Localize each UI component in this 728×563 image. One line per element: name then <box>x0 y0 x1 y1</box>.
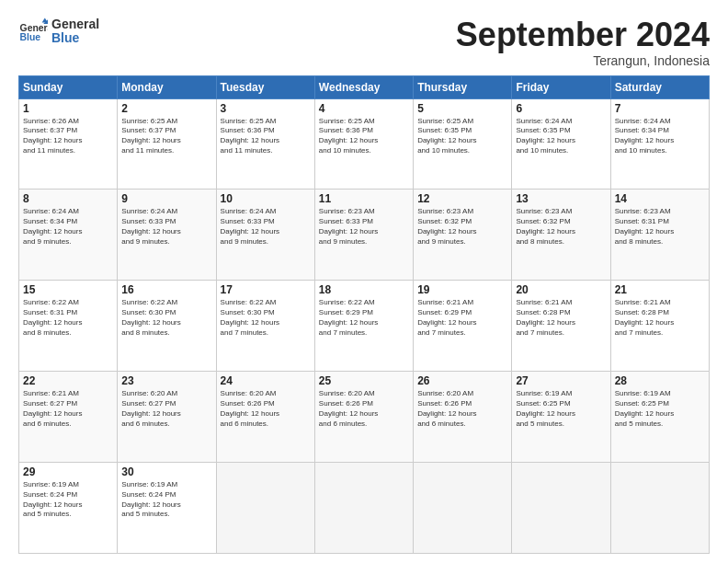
column-header-friday: Friday <box>512 75 610 98</box>
week-row-3: 15Sunrise: 6:22 AM Sunset: 6:31 PM Dayli… <box>19 281 710 372</box>
day-number: 19 <box>417 283 507 296</box>
calendar-cell: 27Sunrise: 6:19 AM Sunset: 6:25 PM Dayli… <box>512 372 610 463</box>
calendar-cell: 25Sunrise: 6:20 AM Sunset: 6:26 PM Dayli… <box>314 372 413 463</box>
cell-info: Sunrise: 6:20 AM Sunset: 6:27 PM Dayligh… <box>121 389 211 429</box>
calendar-cell: 7Sunrise: 6:24 AM Sunset: 6:34 PM Daylig… <box>610 98 709 190</box>
cell-info: Sunrise: 6:22 AM Sunset: 6:30 PM Dayligh… <box>121 298 211 338</box>
calendar-cell: 14Sunrise: 6:23 AM Sunset: 6:31 PM Dayli… <box>610 190 709 281</box>
column-header-thursday: Thursday <box>414 75 512 98</box>
day-number: 12 <box>417 192 507 205</box>
cell-info: Sunrise: 6:22 AM Sunset: 6:30 PM Dayligh… <box>221 298 311 338</box>
cell-info: Sunrise: 6:25 AM Sunset: 6:35 PM Dayligh… <box>417 117 507 156</box>
cell-info: Sunrise: 6:24 AM Sunset: 6:34 PM Dayligh… <box>23 207 113 247</box>
week-row-1: 1Sunrise: 6:26 AM Sunset: 6:37 PM Daylig… <box>19 98 710 190</box>
cell-info: Sunrise: 6:20 AM Sunset: 6:26 PM Dayligh… <box>319 389 409 429</box>
day-number: 30 <box>121 465 211 478</box>
cell-info: Sunrise: 6:20 AM Sunset: 6:26 PM Dayligh… <box>221 389 311 429</box>
cell-info: Sunrise: 6:21 AM Sunset: 6:28 PM Dayligh… <box>516 298 606 338</box>
calendar-cell: 1Sunrise: 6:26 AM Sunset: 6:37 PM Daylig… <box>19 98 118 190</box>
page: General Blue General Blue September 2024… <box>0 0 728 563</box>
cell-info: Sunrise: 6:23 AM Sunset: 6:32 PM Dayligh… <box>516 207 606 247</box>
day-number: 18 <box>319 283 409 296</box>
cell-info: Sunrise: 6:23 AM Sunset: 6:31 PM Dayligh… <box>615 207 705 247</box>
cell-info: Sunrise: 6:25 AM Sunset: 6:36 PM Dayligh… <box>221 117 311 156</box>
calendar-cell <box>512 463 610 554</box>
day-number: 29 <box>23 465 113 478</box>
calendar-table: SundayMondayTuesdayWednesdayThursdayFrid… <box>18 75 710 554</box>
title-block: September 2024 Terangun, Indonesia <box>456 17 710 68</box>
cell-info: Sunrise: 6:19 AM Sunset: 6:25 PM Dayligh… <box>516 389 606 429</box>
calendar-cell: 8Sunrise: 6:24 AM Sunset: 6:34 PM Daylig… <box>19 190 118 281</box>
calendar-cell <box>610 463 709 554</box>
column-header-wednesday: Wednesday <box>314 75 413 98</box>
logo-icon: General Blue <box>18 17 48 46</box>
day-number: 13 <box>516 192 606 205</box>
day-number: 7 <box>615 102 705 115</box>
calendar-cell <box>216 463 314 554</box>
week-row-5: 29Sunrise: 6:19 AM Sunset: 6:24 PM Dayli… <box>19 463 710 554</box>
calendar-cell: 13Sunrise: 6:23 AM Sunset: 6:32 PM Dayli… <box>512 190 610 281</box>
cell-info: Sunrise: 6:24 AM Sunset: 6:33 PM Dayligh… <box>121 207 211 247</box>
day-number: 2 <box>121 102 211 115</box>
calendar-cell: 30Sunrise: 6:19 AM Sunset: 6:24 PM Dayli… <box>118 463 216 554</box>
calendar-cell: 2Sunrise: 6:25 AM Sunset: 6:37 PM Daylig… <box>118 98 216 190</box>
cell-info: Sunrise: 6:19 AM Sunset: 6:24 PM Dayligh… <box>23 480 113 520</box>
calendar-cell: 10Sunrise: 6:24 AM Sunset: 6:33 PM Dayli… <box>216 190 314 281</box>
cell-info: Sunrise: 6:25 AM Sunset: 6:36 PM Dayligh… <box>319 117 409 156</box>
cell-info: Sunrise: 6:19 AM Sunset: 6:24 PM Dayligh… <box>121 480 211 520</box>
day-number: 23 <box>121 374 211 387</box>
column-header-sunday: Sunday <box>19 75 118 98</box>
column-header-saturday: Saturday <box>610 75 709 98</box>
cell-info: Sunrise: 6:21 AM Sunset: 6:29 PM Dayligh… <box>417 298 507 338</box>
calendar-cell: 11Sunrise: 6:23 AM Sunset: 6:33 PM Dayli… <box>314 190 413 281</box>
calendar-cell: 12Sunrise: 6:23 AM Sunset: 6:32 PM Dayli… <box>414 190 512 281</box>
day-number: 10 <box>221 192 311 205</box>
day-number: 22 <box>23 374 113 387</box>
day-number: 6 <box>516 102 606 115</box>
day-number: 17 <box>221 283 311 296</box>
logo: General Blue General Blue <box>18 17 99 46</box>
day-number: 14 <box>615 192 705 205</box>
calendar-cell: 5Sunrise: 6:25 AM Sunset: 6:35 PM Daylig… <box>414 98 512 190</box>
day-number: 9 <box>121 192 211 205</box>
cell-info: Sunrise: 6:24 AM Sunset: 6:33 PM Dayligh… <box>221 207 311 247</box>
calendar-cell: 9Sunrise: 6:24 AM Sunset: 6:33 PM Daylig… <box>118 190 216 281</box>
logo-line1: General <box>51 17 99 31</box>
calendar-cell: 28Sunrise: 6:19 AM Sunset: 6:25 PM Dayli… <box>610 372 709 463</box>
day-number: 8 <box>23 192 113 205</box>
calendar-cell: 26Sunrise: 6:20 AM Sunset: 6:26 PM Dayli… <box>414 372 512 463</box>
cell-info: Sunrise: 6:25 AM Sunset: 6:37 PM Dayligh… <box>121 117 211 156</box>
column-header-monday: Monday <box>118 75 216 98</box>
calendar-cell: 23Sunrise: 6:20 AM Sunset: 6:27 PM Dayli… <box>118 372 216 463</box>
day-number: 4 <box>319 102 409 115</box>
day-number: 25 <box>319 374 409 387</box>
svg-text:General: General <box>20 23 48 33</box>
calendar-cell: 18Sunrise: 6:22 AM Sunset: 6:29 PM Dayli… <box>314 281 413 372</box>
cell-info: Sunrise: 6:22 AM Sunset: 6:31 PM Dayligh… <box>23 298 113 338</box>
calendar-cell: 22Sunrise: 6:21 AM Sunset: 6:27 PM Dayli… <box>19 372 118 463</box>
location-subtitle: Terangun, Indonesia <box>456 53 710 68</box>
calendar-cell: 24Sunrise: 6:20 AM Sunset: 6:26 PM Dayli… <box>216 372 314 463</box>
cell-info: Sunrise: 6:24 AM Sunset: 6:34 PM Dayligh… <box>615 117 705 156</box>
cell-info: Sunrise: 6:26 AM Sunset: 6:37 PM Dayligh… <box>23 117 113 156</box>
day-number: 11 <box>319 192 409 205</box>
cell-info: Sunrise: 6:23 AM Sunset: 6:33 PM Dayligh… <box>319 207 409 247</box>
day-number: 3 <box>221 102 311 115</box>
calendar-cell: 21Sunrise: 6:21 AM Sunset: 6:28 PM Dayli… <box>610 281 709 372</box>
calendar-cell: 16Sunrise: 6:22 AM Sunset: 6:30 PM Dayli… <box>118 281 216 372</box>
calendar-cell: 15Sunrise: 6:22 AM Sunset: 6:31 PM Dayli… <box>19 281 118 372</box>
cell-info: Sunrise: 6:24 AM Sunset: 6:35 PM Dayligh… <box>516 117 606 156</box>
cell-info: Sunrise: 6:19 AM Sunset: 6:25 PM Dayligh… <box>615 389 705 429</box>
day-number: 5 <box>417 102 507 115</box>
calendar-cell: 3Sunrise: 6:25 AM Sunset: 6:36 PM Daylig… <box>216 98 314 190</box>
calendar-cell <box>414 463 512 554</box>
header: General Blue General Blue September 2024… <box>18 17 710 68</box>
cell-info: Sunrise: 6:22 AM Sunset: 6:29 PM Dayligh… <box>319 298 409 338</box>
cell-info: Sunrise: 6:21 AM Sunset: 6:28 PM Dayligh… <box>615 298 705 338</box>
calendar-cell: 29Sunrise: 6:19 AM Sunset: 6:24 PM Dayli… <box>19 463 118 554</box>
week-row-2: 8Sunrise: 6:24 AM Sunset: 6:34 PM Daylig… <box>19 190 710 281</box>
day-number: 20 <box>516 283 606 296</box>
calendar-cell: 17Sunrise: 6:22 AM Sunset: 6:30 PM Dayli… <box>216 281 314 372</box>
calendar-cell: 19Sunrise: 6:21 AM Sunset: 6:29 PM Dayli… <box>414 281 512 372</box>
month-title: September 2024 <box>456 17 710 53</box>
